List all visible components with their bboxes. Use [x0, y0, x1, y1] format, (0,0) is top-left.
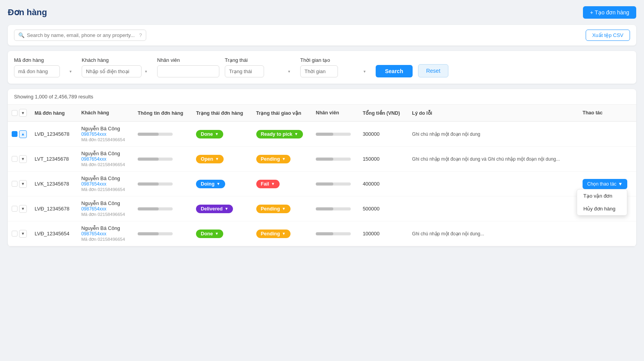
customer-phone[interactable]: 0987654xxx	[81, 156, 130, 162]
row-ly-do-loi: Ghi chú nhập một đoạn nội dung	[408, 121, 579, 147]
row-checkbox[interactable]	[12, 131, 18, 137]
row-checkbox[interactable]	[12, 206, 18, 212]
row-thong-tin	[134, 221, 192, 246]
row-expand-btn[interactable]: ▼	[19, 180, 27, 188]
export-csv-button[interactable]: Xuất tệp CSV	[586, 30, 630, 41]
order-code: LVT_12345678	[35, 156, 69, 162]
row-trang-thai-don: Open ▼	[192, 147, 252, 172]
badge-arrow: ▼	[215, 132, 219, 136]
row-checkbox[interactable]	[12, 181, 18, 187]
row-expand-btn[interactable]: ▼	[19, 230, 27, 238]
row-nhan-vien	[312, 196, 359, 221]
row-khach-hang: Nguyễn Bá Công 0987654xxx Mã đơn 0215849…	[77, 196, 134, 221]
filter-label-kh: Khách hàng	[82, 57, 152, 63]
search-input[interactable]	[27, 32, 137, 38]
row-khach-hang: Nguyễn Bá Công 0987654xxx Mã đơn 0215849…	[77, 121, 134, 147]
order-status-badge[interactable]: Done ▼	[196, 130, 223, 138]
delivery-status-badge[interactable]: Ready to pick ▼	[256, 130, 303, 138]
page-title: Đơn hàng	[8, 7, 47, 18]
table-row: ▼ LVĐ_12345654 Nguyễn Bá Công 0987654xxx…	[8, 221, 636, 246]
row-checkbox-cell: ▼	[8, 196, 31, 221]
order-status-badge[interactable]: Doing ▼	[196, 180, 225, 188]
filter-group-thoi-gian: Thời gian tạo Thời gian	[300, 57, 370, 77]
delivery-status-badge[interactable]: Pending ▼	[256, 230, 290, 238]
row-trang-thai-don: Doing ▼	[192, 172, 252, 196]
filter-kh-select-wrap: Nhập số điện thoại	[82, 65, 152, 77]
filter-tt-select-wrap: Trạng thái	[225, 65, 295, 77]
row-checkbox[interactable]	[12, 156, 18, 162]
filter-group-ma-don-hang: Mã đơn hàng mã đon hàng	[14, 57, 76, 77]
expand-all-btn[interactable]: ▼	[19, 109, 27, 117]
reset-button[interactable]: Reset	[418, 64, 449, 77]
delivery-status-badge[interactable]: Fail ▼	[256, 180, 280, 188]
row-tong-tien: 500000	[359, 196, 408, 221]
search-input-wrap: 🔍 ?	[14, 30, 146, 41]
filter-nhan-vien-input[interactable]	[157, 65, 219, 77]
filter-tg-select[interactable]: Thời gian	[300, 65, 338, 77]
info-bar	[138, 182, 173, 186]
row-thong-tin	[134, 172, 192, 196]
order-code: LVĐ_12345678	[35, 206, 69, 212]
row-ma-don-hang: LVĐ_12345654	[31, 221, 77, 246]
filter-group-nhan-vien: Nhân viên	[157, 57, 219, 77]
info-bar	[138, 232, 173, 235]
badge-arrow: ▼	[215, 157, 219, 161]
nhan-vien-bar	[316, 207, 351, 210]
order-status-badge[interactable]: Open ▼	[196, 155, 224, 163]
row-khach-hang: Nguyễn Bá Công 0987654xxx Mã đơn 0215849…	[77, 147, 134, 172]
row-expand-btn[interactable]: ▼	[19, 155, 27, 163]
action-create-transport[interactable]: Tạo vận đơn	[577, 189, 627, 202]
order-status-badge[interactable]: Delivered ▼	[196, 205, 233, 213]
customer-phone[interactable]: 0987654xxx	[81, 131, 130, 137]
filter-ma-select[interactable]: mã đon hàng	[14, 65, 60, 77]
help-icon[interactable]: ?	[139, 32, 142, 38]
nhan-vien-bar	[316, 133, 351, 136]
order-status-badge[interactable]: Done ▼	[196, 230, 223, 238]
row-checkbox-cell: ▼	[8, 221, 31, 246]
customer-order-id: Mã đơn 02158496654	[81, 162, 130, 167]
col-khach-hang: Khách hàng	[77, 105, 134, 121]
filter-tt-select[interactable]: Trạng thái	[225, 65, 264, 77]
dropdown-arrow-icon: ▼	[618, 181, 623, 187]
col-thao-tac: Thao tác	[579, 105, 636, 121]
choose-action-button[interactable]: Chọn thao tác ▼	[583, 179, 627, 189]
delivery-badge-arrow: ▼	[282, 207, 286, 211]
delivery-status-badge[interactable]: Pending ▼	[256, 155, 290, 163]
col-thong-tin: Thông tin đơn hàng	[134, 105, 192, 121]
customer-phone[interactable]: 0987654xxx	[81, 206, 130, 212]
row-nhan-vien	[312, 172, 359, 196]
delivery-status-badge[interactable]: Pending ▼	[256, 205, 290, 213]
filter-label-ma: Mã đơn hàng	[14, 57, 76, 63]
customer-phone[interactable]: 0987654xxx	[81, 231, 130, 237]
table-row: ▼ LVK_12345678 Nguyễn Bá Công 0987654xxx…	[8, 172, 636, 196]
filter-label-tt: Trạng thái	[225, 57, 295, 63]
badge-arrow: ▼	[224, 207, 228, 211]
checkbox-expand-wrap: ▼	[12, 205, 27, 213]
info-bar	[138, 158, 173, 161]
col-ly-do-loi: Lý do lỗi	[408, 105, 579, 121]
note-text: Ghi chú nhập một đoạn nội dung	[412, 131, 480, 137]
select-all-checkbox[interactable]	[12, 110, 18, 116]
row-expand-btn[interactable]: ▲	[19, 130, 27, 138]
nhan-vien-bar	[316, 158, 351, 161]
customer-name: Nguyễn Bá Công	[81, 200, 130, 206]
info-bar	[138, 207, 173, 210]
row-ma-don-hang: LVK_12345678	[31, 172, 77, 196]
row-expand-btn[interactable]: ▼	[19, 205, 27, 213]
page-header: Đơn hàng + Tạo đơn hàng	[8, 6, 636, 19]
filter-tg-select-wrap: Thời gian	[300, 65, 370, 77]
row-trang-thai-don: Done ▼	[192, 121, 252, 147]
customer-phone[interactable]: 0987654xxx	[81, 181, 130, 187]
row-ma-don-hang: LVT_12345678	[31, 147, 77, 172]
total-amount: 100000	[363, 231, 380, 237]
row-trang-thai-don: Done ▼	[192, 221, 252, 246]
customer-order-id: Mã đơn 02158496654	[81, 187, 130, 192]
row-ly-do-loi: Ghi chú nhập một đoạn nội dung...	[408, 221, 579, 246]
filter-kh-select[interactable]: Nhập số điện thoại	[82, 65, 142, 77]
search-button[interactable]: Search	[376, 65, 413, 77]
row-checkbox[interactable]	[12, 231, 18, 237]
row-checkbox-cell: ▼	[8, 147, 31, 172]
order-code: LVĐ_12345654	[35, 231, 69, 237]
create-order-button[interactable]: + Tạo đơn hàng	[583, 6, 636, 19]
action-cancel-order[interactable]: Hủy đơn hàng	[577, 202, 627, 215]
